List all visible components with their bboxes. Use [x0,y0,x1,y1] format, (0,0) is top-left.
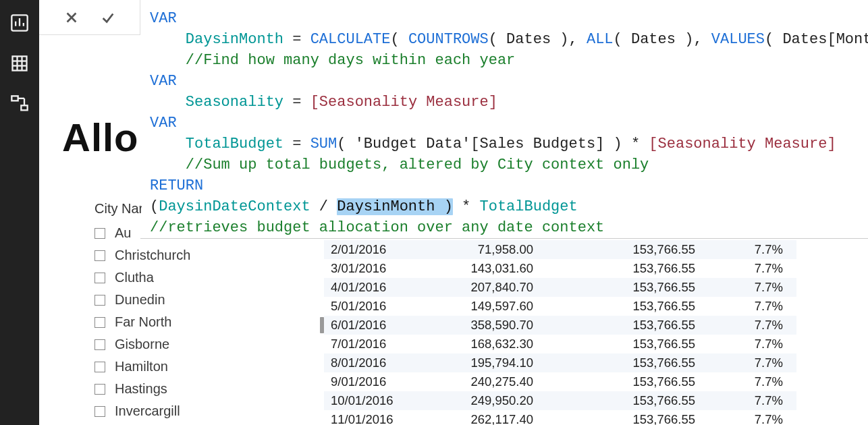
table-cell: 7.7% [702,412,790,425]
formula-bar-actions [39,0,140,35]
checkbox-icon[interactable] [94,295,105,306]
table-cell: 358,590.70 [418,318,540,333]
table-cell: 168,632.30 [418,337,540,351]
table-cell: 153,766.55 [540,393,702,408]
table-cell: 11/01/2016 [324,412,418,425]
checkbox-icon[interactable] [94,250,105,261]
page-title: Allo [62,115,143,160]
table-row[interactable]: 9/01/2016240,275.40153,766.557.7% [324,372,796,391]
svg-rect-10 [21,105,27,110]
formula-line: //Sum up total budgets, altered by City … [150,154,859,175]
city-slicer: City Nar AuChristchurchCluthaDunedinFar … [94,201,324,425]
table-cell: 7/01/2016 [324,337,418,351]
report-view-icon[interactable] [10,13,29,32]
table-cell: 7.7% [702,393,790,408]
data-view-icon[interactable] [10,54,29,73]
formula-line: //Find how many days within each year [150,50,859,71]
left-nav [0,0,39,425]
table-cell: 3/01/2016 [324,261,418,276]
table-cell: 207,840.70 [418,280,540,295]
data-table[interactable]: 2/01/201671,958.00153,766.557.7%3/01/201… [324,240,796,425]
slicer-item-label: Clutha [115,268,154,287]
table-row[interactable]: 2/01/201671,958.00153,766.557.7% [324,240,796,259]
table-cell: 143,031.60 [418,261,540,276]
cancel-button[interactable] [59,5,84,30]
slicer-item-label: Hastings [115,379,167,399]
table-cell: 8/01/2016 [324,356,418,370]
table-cell: 262,117.40 [418,412,540,425]
table-cell: 7.7% [702,242,790,257]
table-cell: 149,597.60 [418,299,540,314]
table-cell: 249,950.20 [418,393,540,408]
slicer-item[interactable]: Hastings [94,378,324,400]
checkbox-icon[interactable] [94,228,105,239]
slicer-item[interactable]: Au [94,222,324,244]
table-cell: 2/01/2016 [324,242,418,257]
table-cell: 153,766.55 [540,374,702,389]
formula-line: VAR [150,113,859,134]
commit-button[interactable] [96,5,120,30]
table-row[interactable]: 10/01/2016249,950.20153,766.557.7% [324,391,796,410]
checkbox-icon[interactable] [94,406,105,417]
slicer-item-label: Gisborne [115,335,169,354]
table-row[interactable]: 6/01/2016358,590.70153,766.557.7% [324,316,796,335]
table-cell: 240,275.40 [418,374,540,389]
table-row[interactable]: 8/01/2016195,794.10153,766.557.7% [324,353,796,372]
slicer-item[interactable]: Christchurch [94,244,324,266]
svg-rect-4 [13,57,27,71]
slicer-item[interactable]: Kapiti Coast [94,422,324,425]
table-cell: 7.7% [702,374,790,389]
table-cell: 9/01/2016 [324,374,418,389]
table-row[interactable]: 11/01/2016262,117.40153,766.557.7% [324,410,796,425]
slicer-item-label: Far North [115,312,171,332]
table-cell: 153,766.55 [540,412,702,425]
formula-line: Seasonality = [Seasonality Measure] [150,92,859,113]
table-row[interactable]: 7/01/2016168,632.30153,766.557.7% [324,335,796,353]
slicer-item-label: Au [115,223,131,243]
table-cell: 71,958.00 [418,242,540,257]
slicer-item[interactable]: Gisborne [94,333,324,356]
checkbox-icon[interactable] [94,384,105,395]
slicer-item[interactable]: Clutha [94,266,324,289]
slicer-item[interactable]: Dunedin [94,289,324,311]
table-row[interactable]: 5/01/2016149,597.60153,766.557.7% [324,297,796,316]
table-cell: 153,766.55 [540,280,702,295]
table-cell: 153,766.55 [540,299,702,314]
table-cell: 153,766.55 [540,318,702,333]
table-cell: 153,766.55 [540,261,702,276]
table-cell: 195,794.10 [418,356,540,370]
city-slicer-label: City Nar [94,201,142,217]
slicer-item[interactable]: Invercargill [94,400,324,422]
checkbox-icon[interactable] [94,317,105,328]
table-cell: 7.7% [702,318,790,333]
checkbox-icon[interactable] [94,362,105,372]
close-icon [64,10,79,25]
formula-line: TotalBudget = SUM( 'Budget Data'[Sales B… [150,134,859,154]
checkbox-icon[interactable] [94,273,105,283]
slicer-item-label: Dunedin [115,290,165,310]
slicer-item-label: Christchurch [115,246,190,265]
table-cell: 7.7% [702,261,790,276]
table-row[interactable]: 4/01/2016207,840.70153,766.557.7% [324,278,796,297]
table-cell: 10/01/2016 [324,393,418,408]
formula-line: RETURN [150,175,859,196]
slicer-item-label: Invercargill [115,401,180,421]
table-cell: 153,766.55 [540,356,702,370]
slicer-item-label: Hamilton [115,357,168,376]
table-row[interactable]: 3/01/2016143,031.60153,766.557.7% [324,259,796,278]
table-cell: 7.7% [702,299,790,314]
table-cell: 6/01/2016 [324,318,418,333]
model-view-icon[interactable] [10,94,29,113]
table-cell: 7.7% [702,280,790,295]
formula-line: VAR [150,71,859,92]
checkbox-icon[interactable] [94,339,105,350]
svg-rect-9 [11,96,18,101]
slicer-item[interactable]: Far North [94,311,324,333]
slicer-item[interactable]: Hamilton [94,356,324,378]
table-cell: 4/01/2016 [324,280,418,295]
table-cell: 5/01/2016 [324,299,418,314]
table-cell: 7.7% [702,337,790,351]
table-cell: 7.7% [702,356,790,370]
formula-line: VAR [150,8,859,29]
city-slicer-list: AuChristchurchCluthaDunedinFar NorthGisb… [94,222,324,425]
